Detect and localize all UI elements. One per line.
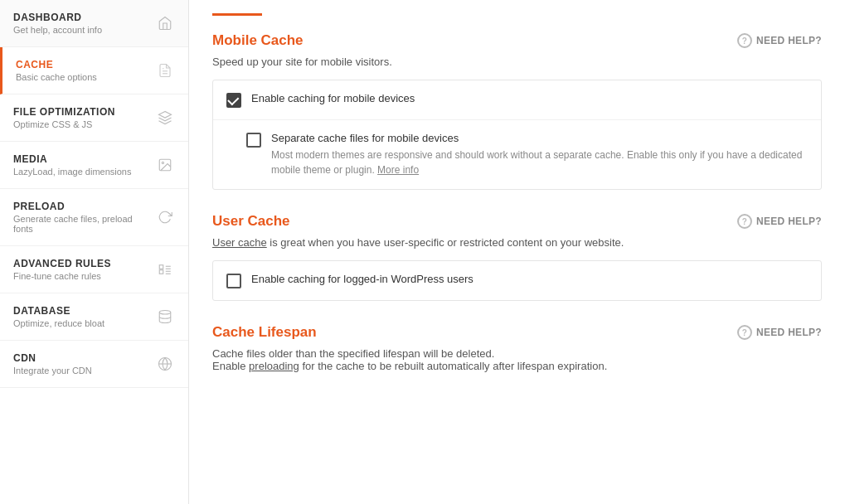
separate-mobile-cache-sublabel: Most modern themes are responsive and sh… — [271, 148, 808, 177]
mobile-cache-header: Mobile Cache ? NEED HELP? — [212, 32, 822, 49]
mobile-cache-options-card: Enable caching for mobile devices Separa… — [212, 80, 822, 190]
svg-point-11 — [159, 311, 171, 315]
database-icon — [155, 307, 175, 327]
user-cache-header: User Cache ? NEED HELP? — [212, 213, 822, 230]
enable-mobile-cache-checkbox[interactable] — [226, 93, 241, 108]
svg-rect-5 — [159, 265, 163, 269]
sidebar-item-advanced-rules[interactable]: ADVANCED RULES Fine-tune cache rules — [0, 246, 188, 293]
image-icon — [155, 155, 175, 175]
home-icon — [155, 13, 175, 33]
user-cache-section: User Cache ? NEED HELP? User cache is gr… — [212, 213, 822, 301]
user-cache-link[interactable]: User cache — [212, 236, 267, 249]
user-cache-options-card: Enable caching for logged-in WordPress u… — [212, 260, 822, 301]
preloading-link[interactable]: preloading — [249, 360, 299, 372]
cache-lifespan-title: Cache Lifespan — [212, 324, 317, 341]
sidebar-item-preload[interactable]: PRELOAD Generate cache files, preload fo… — [0, 189, 188, 246]
enable-mobile-cache-row: Enable caching for mobile devices — [213, 80, 821, 120]
globe-icon — [155, 354, 175, 374]
enable-mobile-cache-label: Enable caching for mobile devices — [251, 92, 808, 104]
sidebar-item-file-optimization[interactable]: FILE OPTIMIZATION Optimize CSS & JS — [0, 94, 188, 142]
sidebar-item-cache[interactable]: CACHE Basic cache options — [0, 47, 188, 94]
need-help-icon: ? — [737, 33, 752, 48]
mobile-cache-title: Mobile Cache — [212, 32, 304, 49]
separate-mobile-cache-checkbox[interactable] — [246, 133, 261, 148]
cache-lifespan-header: Cache Lifespan ? NEED HELP? — [212, 324, 822, 341]
sidebar-item-cdn[interactable]: CDN Integrate your CDN — [0, 341, 188, 388]
separate-mobile-cache-label: Separate cache files for mobile devices — [271, 132, 808, 144]
user-cache-description: User cache is great when you have user-s… — [212, 236, 822, 249]
mobile-cache-section: Mobile Cache ? NEED HELP? Speed up your … — [212, 32, 822, 190]
enable-logged-in-cache-label: Enable caching for logged-in WordPress u… — [251, 273, 808, 285]
sidebar-item-media[interactable]: MEDIA LazyLoad, image dimensions — [0, 142, 188, 189]
svg-point-4 — [162, 162, 163, 163]
cache-lifespan-description: Cache files older than the specified lif… — [212, 347, 822, 372]
need-help-icon-2: ? — [737, 214, 752, 229]
user-cache-title: User Cache — [212, 213, 290, 230]
mobile-cache-description: Speed up your site for mobile visitors. — [212, 56, 822, 68]
file-icon — [155, 61, 175, 80]
layers-icon — [155, 108, 175, 128]
more-info-link[interactable]: More info — [377, 164, 419, 176]
cache-lifespan-section: Cache Lifespan ? NEED HELP? Cache files … — [212, 324, 822, 372]
svg-rect-6 — [159, 270, 163, 274]
cache-lifespan-need-help[interactable]: ? NEED HELP? — [737, 325, 822, 340]
refresh-icon — [155, 207, 175, 227]
mobile-cache-need-help[interactable]: ? NEED HELP? — [737, 33, 822, 48]
main-content: Mobile Cache ? NEED HELP? Speed up your … — [189, 0, 845, 504]
need-help-icon-3: ? — [737, 325, 752, 340]
sidebar-item-database[interactable]: DATABASE Optimize, reduce bloat — [0, 293, 188, 341]
sidebar-item-dashboard[interactable]: DASHBOARD Get help, account info — [0, 0, 188, 47]
list-icon — [155, 259, 175, 279]
top-accent-border — [212, 13, 262, 16]
separate-mobile-cache-row: Separate cache files for mobile devices … — [213, 120, 821, 189]
enable-logged-in-cache-row: Enable caching for logged-in WordPress u… — [213, 261, 821, 300]
enable-logged-in-cache-checkbox[interactable] — [226, 274, 241, 288]
svg-marker-2 — [159, 112, 172, 119]
user-cache-need-help[interactable]: ? NEED HELP? — [737, 214, 822, 229]
sidebar: DASHBOARD Get help, account info CACHE B… — [0, 0, 189, 504]
